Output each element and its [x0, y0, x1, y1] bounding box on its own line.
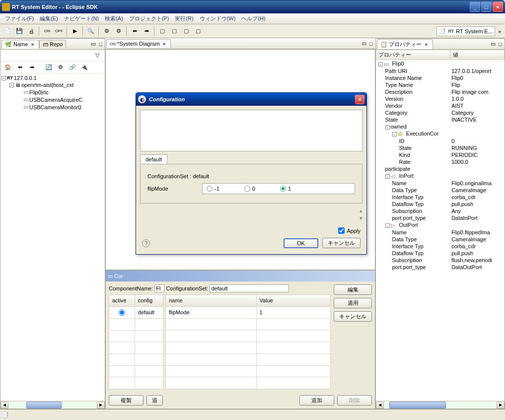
search-button[interactable]: 🔍 — [85, 26, 96, 37]
menu-help[interactable]: ヘルプ(H) — [238, 14, 268, 23]
tree-root[interactable]: 127.0.0.1 — [14, 75, 37, 81]
tab-name[interactable]: 🌿 Name × — [1, 40, 39, 49]
name-tree[interactable]: − RT 127.0.0.1 − 🖥 openrtm-aist|host_cxt… — [0, 73, 105, 401]
apply-checkbox[interactable] — [338, 227, 345, 234]
close-tab-icon[interactable]: × — [423, 41, 430, 48]
scroll-up-icon[interactable]: ▴ — [360, 208, 362, 214]
cfgset-input[interactable] — [210, 284, 289, 292]
properties-table[interactable]: プロパティー値 -▭ Flip0Path URI127.0.0.1/openrt… — [376, 50, 505, 401]
misc4-button[interactable]: ▢ — [193, 26, 204, 37]
perspective-tab[interactable]: 📑 RT RT System E... — [436, 26, 495, 36]
fwd-icon[interactable]: ➡ — [26, 62, 37, 73]
misc3-button[interactable]: ▢ — [181, 26, 192, 37]
active-config-table[interactable]: activeconfig default — [109, 294, 163, 389]
expand-icon[interactable]: − — [1, 76, 6, 80]
minimize-view-icon[interactable]: ▭ — [489, 41, 497, 47]
prop-value: pull,push — [450, 201, 504, 208]
home-icon[interactable]: 🏠 — [2, 62, 13, 73]
misc1-button[interactable]: ▢ — [157, 26, 168, 37]
perspective-icon: 📑 — [439, 28, 446, 34]
print-button[interactable]: 🖨 — [26, 26, 37, 37]
dialog-title-bar[interactable]: ◐ Configuration × — [136, 93, 366, 106]
back-button[interactable]: ⬅ — [129, 26, 140, 37]
tree-item[interactable]: USBCameraAcquireC — [29, 97, 82, 103]
tree-item[interactable]: Flip0|rtc — [29, 89, 49, 95]
menu-bar: ファイル(F) 編集(E) ナビゲート(N) 検索(A) プロジェクト(P) 実… — [0, 13, 505, 24]
tree-ctx[interactable]: openrtm-aist|host_cxt — [21, 82, 73, 88]
menu-search[interactable]: 検索(A) — [102, 14, 126, 23]
link-icon[interactable]: 🔗 — [67, 62, 78, 73]
maximize-view-icon[interactable]: □ — [368, 41, 374, 47]
prop-name: ID — [399, 138, 405, 144]
active-radio[interactable] — [119, 309, 125, 316]
prop-value — [450, 165, 504, 172]
expand-icon[interactable]: - — [392, 132, 397, 137]
minimize-view-icon[interactable]: ▭ — [89, 41, 97, 47]
expand-icon[interactable]: − — [9, 83, 14, 87]
delete-button[interactable]: 削除 — [337, 395, 372, 406]
add2-button[interactable]: 追 — [146, 395, 163, 406]
maximize-view-icon[interactable]: □ — [497, 41, 504, 47]
menu-window[interactable]: ウィンドウ(W) — [197, 14, 239, 23]
misc2-button[interactable]: ▢ — [169, 26, 180, 37]
cfgset-label: ConfigurationSet: — [166, 285, 208, 291]
tab-properties[interactable]: 📋 プロパティー × — [377, 39, 433, 49]
menu-file[interactable]: ファイル(F) — [2, 14, 37, 23]
tool-button[interactable]: ⚙ — [101, 26, 112, 37]
radio-minus1[interactable]: -1 — [207, 186, 219, 192]
view-menu-icon[interactable]: ▽ — [92, 50, 103, 61]
fwd-button[interactable]: ➡ — [141, 26, 152, 37]
connect-icon[interactable]: 🔌 — [79, 62, 90, 73]
tab-system-diagram[interactable]: ON *System Diagram × — [106, 39, 171, 48]
filter-icon[interactable]: ⚙ — [55, 62, 66, 73]
dialog-close-button[interactable]: × — [355, 95, 364, 104]
close-button[interactable]: × — [493, 1, 503, 12]
help-button[interactable]: ? — [142, 239, 150, 247]
add-button[interactable]: 追加 — [299, 395, 334, 406]
componentname-input[interactable] — [154, 284, 164, 292]
expand-icon[interactable]: - — [378, 62, 383, 67]
tree-item[interactable]: USBCameraMonitor0 — [29, 104, 81, 110]
maximize-view-icon[interactable]: □ — [97, 41, 104, 47]
new-button[interactable]: 📄 — [2, 26, 13, 37]
prop-value: Flip image com — [450, 88, 504, 95]
cancel-button[interactable]: キャンセル — [322, 238, 361, 248]
menu-edit[interactable]: 編集(E) — [37, 14, 61, 23]
expand-icon[interactable]: - — [385, 174, 390, 179]
menu-project[interactable]: プロジェクト(P) — [126, 14, 172, 23]
close-tab-icon[interactable]: × — [161, 41, 168, 47]
minimize-button[interactable]: _ — [470, 1, 480, 12]
maximize-button[interactable]: □ — [481, 1, 492, 12]
apply-button[interactable]: 適用 — [334, 298, 372, 308]
prop-name: participate — [385, 166, 411, 172]
refresh-icon[interactable]: 🔄 — [43, 62, 54, 73]
expand-icon[interactable]: - — [385, 125, 390, 130]
name-value-table[interactable]: nameValue flipMode1 — [165, 294, 331, 389]
menu-run[interactable]: 実行(R) — [172, 14, 196, 23]
on-button[interactable]: ON — [42, 26, 53, 37]
save-button[interactable]: 💾 — [14, 26, 25, 37]
prop-value: CameraImage — [450, 236, 504, 243]
close-tab-icon[interactable]: × — [29, 41, 36, 48]
off-button[interactable]: OFF — [54, 26, 65, 37]
minimize-view-icon[interactable]: ▭ — [360, 40, 368, 47]
edit-button[interactable]: 編集 — [334, 284, 372, 295]
expand-icon[interactable]: - — [385, 223, 390, 228]
tool2-button[interactable]: ⚙ — [113, 26, 124, 37]
run-button[interactable]: ▶ — [70, 26, 80, 37]
perspective-more[interactable]: » — [496, 28, 503, 34]
duplicate-button[interactable]: 複製 — [109, 395, 144, 406]
radio-0[interactable]: 0 — [244, 186, 255, 192]
tab-repo[interactable]: 🗃 Repo — [39, 40, 66, 48]
dialog-banner — [140, 110, 362, 151]
scroll-down-icon[interactable]: ▾ — [360, 215, 362, 221]
back-icon[interactable]: ⬅ — [14, 62, 25, 73]
prop-value: Any — [450, 208, 504, 214]
radio-1[interactable]: 1 — [280, 186, 291, 192]
left-scrollbar[interactable]: ◀▶ — [0, 401, 105, 409]
dialog-tab-default[interactable]: default — [140, 154, 167, 164]
cancel-button[interactable]: キャンセル — [334, 311, 372, 322]
ok-button[interactable]: OK — [284, 238, 318, 248]
props-scrollbar[interactable]: ◀▶ — [376, 401, 505, 409]
menu-navigate[interactable]: ナビゲート(N) — [61, 14, 102, 23]
